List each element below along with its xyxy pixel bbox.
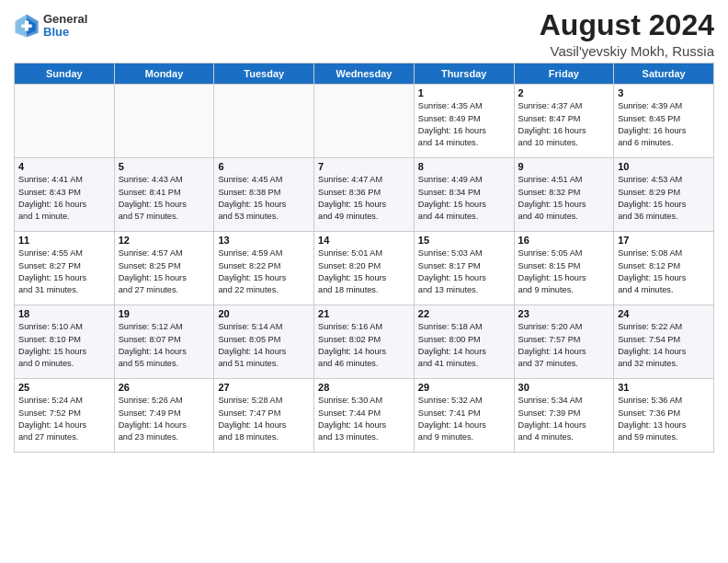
week-row-2: 11Sunrise: 4:55 AM Sunset: 8:27 PM Dayli… <box>15 232 714 305</box>
cell-2-4: 15Sunrise: 5:03 AM Sunset: 8:17 PM Dayli… <box>414 232 514 305</box>
day-info: Sunrise: 4:49 AM Sunset: 8:34 PM Dayligh… <box>418 174 510 223</box>
day-info: Sunrise: 5:18 AM Sunset: 8:00 PM Dayligh… <box>418 321 510 370</box>
week-row-4: 25Sunrise: 5:24 AM Sunset: 7:52 PM Dayli… <box>15 379 714 453</box>
logo-text: General Blue <box>43 13 87 40</box>
cell-1-3: 7Sunrise: 4:47 AM Sunset: 8:36 PM Daylig… <box>314 158 415 232</box>
cell-1-2: 6Sunrise: 4:45 AM Sunset: 8:38 PM Daylig… <box>214 158 314 232</box>
week-row-1: 4Sunrise: 4:41 AM Sunset: 8:43 PM Daylig… <box>15 158 714 232</box>
day-number: 17 <box>618 235 710 246</box>
day-number: 27 <box>218 382 310 393</box>
cell-0-0 <box>15 85 115 158</box>
day-info: Sunrise: 4:57 AM Sunset: 8:25 PM Dayligh… <box>119 247 210 296</box>
day-info: Sunrise: 5:03 AM Sunset: 8:17 PM Dayligh… <box>418 247 510 296</box>
day-number: 11 <box>18 235 110 246</box>
day-info: Sunrise: 5:22 AM Sunset: 7:54 PM Dayligh… <box>618 321 710 370</box>
day-number: 7 <box>318 161 410 172</box>
day-number: 9 <box>518 161 610 172</box>
cell-3-4: 22Sunrise: 5:18 AM Sunset: 8:00 PM Dayli… <box>414 305 514 379</box>
day-number: 2 <box>518 87 610 98</box>
day-number: 13 <box>218 235 310 246</box>
logo: General Blue <box>14 13 87 40</box>
week-row-3: 18Sunrise: 5:10 AM Sunset: 8:10 PM Dayli… <box>15 305 714 379</box>
day-number: 15 <box>418 235 510 246</box>
cell-1-1: 5Sunrise: 4:43 AM Sunset: 8:41 PM Daylig… <box>114 158 214 232</box>
day-number: 6 <box>218 161 310 172</box>
logo-general: General <box>43 13 87 26</box>
day-info: Sunrise: 5:10 AM Sunset: 8:10 PM Dayligh… <box>18 321 110 370</box>
cell-2-1: 12Sunrise: 4:57 AM Sunset: 8:25 PM Dayli… <box>114 232 214 305</box>
day-info: Sunrise: 4:45 AM Sunset: 8:38 PM Dayligh… <box>218 174 310 223</box>
cell-1-6: 10Sunrise: 4:53 AM Sunset: 8:29 PM Dayli… <box>614 158 714 232</box>
cell-3-2: 20Sunrise: 5:14 AM Sunset: 8:05 PM Dayli… <box>214 305 314 379</box>
cell-0-3 <box>314 85 415 158</box>
day-info: Sunrise: 4:53 AM Sunset: 8:29 PM Dayligh… <box>618 174 710 223</box>
day-number: 24 <box>618 308 710 319</box>
cell-0-6: 3Sunrise: 4:39 AM Sunset: 8:45 PM Daylig… <box>614 85 714 158</box>
cell-4-0: 25Sunrise: 5:24 AM Sunset: 7:52 PM Dayli… <box>15 379 115 453</box>
cell-4-6: 31Sunrise: 5:36 AM Sunset: 7:36 PM Dayli… <box>614 379 714 453</box>
cell-4-1: 26Sunrise: 5:26 AM Sunset: 7:49 PM Dayli… <box>114 379 214 453</box>
cell-3-6: 24Sunrise: 5:22 AM Sunset: 7:54 PM Dayli… <box>614 305 714 379</box>
day-number: 30 <box>518 382 610 393</box>
cell-0-5: 2Sunrise: 4:37 AM Sunset: 8:47 PM Daylig… <box>514 85 614 158</box>
cell-2-0: 11Sunrise: 4:55 AM Sunset: 8:27 PM Dayli… <box>15 232 115 305</box>
day-number: 26 <box>119 382 210 393</box>
col-wednesday: Wednesday <box>314 63 415 85</box>
day-number: 12 <box>119 235 210 246</box>
cell-4-4: 29Sunrise: 5:32 AM Sunset: 7:41 PM Dayli… <box>414 379 514 453</box>
cell-1-0: 4Sunrise: 4:41 AM Sunset: 8:43 PM Daylig… <box>15 158 115 232</box>
day-info: Sunrise: 5:08 AM Sunset: 8:12 PM Dayligh… <box>618 247 710 296</box>
day-number: 10 <box>618 161 710 172</box>
day-number: 29 <box>418 382 510 393</box>
day-number: 22 <box>418 308 510 319</box>
cell-2-6: 17Sunrise: 5:08 AM Sunset: 8:12 PM Dayli… <box>614 232 714 305</box>
cell-2-5: 16Sunrise: 5:05 AM Sunset: 8:15 PM Dayli… <box>514 232 614 305</box>
location: Vasil'yevskiy Mokh, Russia <box>540 43 714 59</box>
day-info: Sunrise: 5:24 AM Sunset: 7:52 PM Dayligh… <box>18 395 110 443</box>
col-thursday: Thursday <box>414 63 514 85</box>
day-info: Sunrise: 5:14 AM Sunset: 8:05 PM Dayligh… <box>218 321 310 370</box>
day-info: Sunrise: 5:16 AM Sunset: 8:02 PM Dayligh… <box>318 321 410 370</box>
cell-3-1: 19Sunrise: 5:12 AM Sunset: 8:07 PM Dayli… <box>114 305 214 379</box>
col-monday: Monday <box>114 63 214 85</box>
day-number: 14 <box>318 235 410 246</box>
week-row-0: 1Sunrise: 4:35 AM Sunset: 8:49 PM Daylig… <box>15 85 714 158</box>
day-number: 23 <box>518 308 610 319</box>
day-number: 28 <box>318 382 410 393</box>
day-info: Sunrise: 4:47 AM Sunset: 8:36 PM Dayligh… <box>318 174 410 223</box>
day-info: Sunrise: 4:39 AM Sunset: 8:45 PM Dayligh… <box>618 100 710 149</box>
day-number: 5 <box>119 161 210 172</box>
day-info: Sunrise: 5:01 AM Sunset: 8:20 PM Dayligh… <box>318 247 410 296</box>
day-info: Sunrise: 5:34 AM Sunset: 7:39 PM Dayligh… <box>518 395 610 443</box>
day-info: Sunrise: 5:36 AM Sunset: 7:36 PM Dayligh… <box>618 395 710 443</box>
day-number: 18 <box>18 308 110 319</box>
day-info: Sunrise: 5:28 AM Sunset: 7:47 PM Dayligh… <box>218 395 310 443</box>
cell-4-2: 27Sunrise: 5:28 AM Sunset: 7:47 PM Dayli… <box>214 379 314 453</box>
day-info: Sunrise: 5:26 AM Sunset: 7:49 PM Dayligh… <box>119 395 210 443</box>
day-info: Sunrise: 4:51 AM Sunset: 8:32 PM Dayligh… <box>518 174 610 223</box>
cell-2-3: 14Sunrise: 5:01 AM Sunset: 8:20 PM Dayli… <box>314 232 415 305</box>
cell-3-5: 23Sunrise: 5:20 AM Sunset: 7:57 PM Dayli… <box>514 305 614 379</box>
day-info: Sunrise: 4:41 AM Sunset: 8:43 PM Dayligh… <box>18 174 110 223</box>
day-number: 16 <box>518 235 610 246</box>
day-info: Sunrise: 4:37 AM Sunset: 8:47 PM Dayligh… <box>518 100 610 149</box>
calendar-header-row: Sunday Monday Tuesday Wednesday Thursday… <box>15 63 714 85</box>
day-number: 4 <box>18 161 110 172</box>
cell-1-5: 9Sunrise: 4:51 AM Sunset: 8:32 PM Daylig… <box>514 158 614 232</box>
day-number: 21 <box>318 308 410 319</box>
col-sunday: Sunday <box>15 63 115 85</box>
header: General Blue August 2024 Vasil'yevskiy M… <box>14 9 714 59</box>
col-saturday: Saturday <box>614 63 714 85</box>
cell-3-3: 21Sunrise: 5:16 AM Sunset: 8:02 PM Dayli… <box>314 305 415 379</box>
day-number: 3 <box>618 87 710 98</box>
day-number: 8 <box>418 161 510 172</box>
cell-0-4: 1Sunrise: 4:35 AM Sunset: 8:49 PM Daylig… <box>414 85 514 158</box>
day-number: 19 <box>119 308 210 319</box>
day-info: Sunrise: 5:20 AM Sunset: 7:57 PM Dayligh… <box>518 321 610 370</box>
calendar-table: Sunday Monday Tuesday Wednesday Thursday… <box>14 63 714 453</box>
logo-blue: Blue <box>43 26 87 39</box>
day-info: Sunrise: 5:30 AM Sunset: 7:44 PM Dayligh… <box>318 395 410 443</box>
main-container: General Blue August 2024 Vasil'yevskiy M… <box>0 0 728 460</box>
day-info: Sunrise: 4:59 AM Sunset: 8:22 PM Dayligh… <box>218 247 310 296</box>
day-number: 31 <box>618 382 710 393</box>
